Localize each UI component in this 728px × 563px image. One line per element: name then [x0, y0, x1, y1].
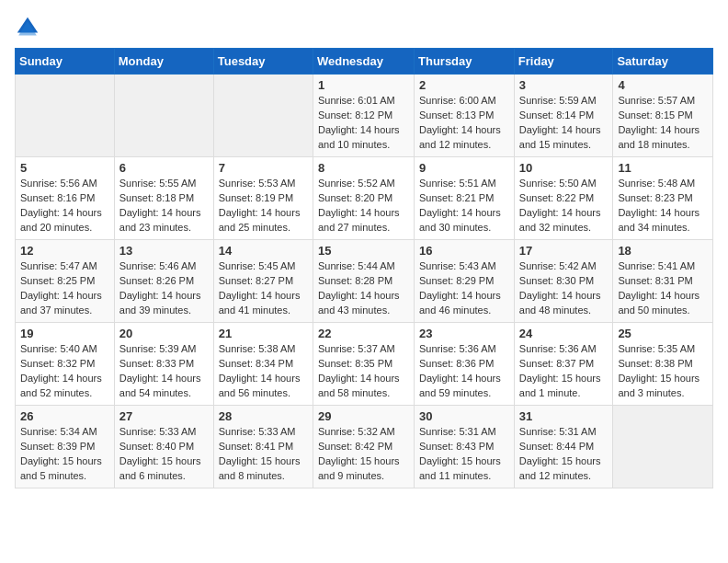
day-number: 19 [20, 327, 109, 340]
calendar-cell [114, 75, 213, 157]
day-number: 15 [318, 244, 409, 258]
cell-content: Sunrise: 5:45 AM Sunset: 8:27 PM Dayligh… [219, 259, 308, 318]
day-number: 7 [219, 161, 308, 175]
calendar-cell: 14Sunrise: 5:45 AM Sunset: 8:27 PM Dayli… [213, 240, 313, 323]
cell-content: Sunrise: 5:43 AM Sunset: 8:29 PM Dayligh… [419, 259, 509, 318]
day-number: 12 [20, 244, 109, 258]
cell-content: Sunrise: 5:39 AM Sunset: 8:33 PM Dayligh… [119, 342, 209, 401]
cell-content: Sunrise: 5:35 AM Sunset: 8:38 PM Dayligh… [618, 342, 708, 401]
calendar-cell: 12Sunrise: 5:47 AM Sunset: 8:25 PM Dayli… [16, 240, 115, 323]
calendar-cell: 30Sunrise: 5:31 AM Sunset: 8:43 PM Dayli… [415, 406, 515, 488]
day-number: 31 [519, 409, 609, 423]
day-number: 21 [219, 327, 308, 340]
cell-content: Sunrise: 5:37 AM Sunset: 8:35 PM Dayligh… [318, 342, 409, 401]
day-number: 8 [318, 161, 409, 175]
day-number: 11 [618, 161, 708, 175]
calendar-cell: 8Sunrise: 5:52 AM Sunset: 8:20 PM Daylig… [313, 157, 414, 240]
calendar-cell: 3Sunrise: 5:59 AM Sunset: 8:14 PM Daylig… [514, 75, 613, 157]
calendar-cell: 4Sunrise: 5:57 AM Sunset: 8:15 PM Daylig… [613, 75, 713, 157]
cell-content: Sunrise: 5:53 AM Sunset: 8:19 PM Dayligh… [219, 177, 308, 236]
day-number: 23 [419, 327, 509, 340]
calendar-cell: 31Sunrise: 5:31 AM Sunset: 8:44 PM Dayli… [514, 406, 613, 488]
calendar-cell [16, 75, 115, 157]
calendar-week-row: 1Sunrise: 6:01 AM Sunset: 8:12 PM Daylig… [16, 75, 713, 157]
cell-content: Sunrise: 6:00 AM Sunset: 8:13 PM Dayligh… [419, 94, 509, 153]
day-number: 22 [318, 327, 409, 340]
calendar-cell: 20Sunrise: 5:39 AM Sunset: 8:33 PM Dayli… [114, 323, 213, 406]
cell-content: Sunrise: 5:57 AM Sunset: 8:15 PM Dayligh… [618, 94, 708, 153]
day-number: 2 [419, 78, 509, 92]
calendar-cell: 28Sunrise: 5:33 AM Sunset: 8:41 PM Dayli… [213, 406, 313, 488]
cell-content: Sunrise: 6:01 AM Sunset: 8:12 PM Dayligh… [318, 94, 409, 153]
calendar-cell: 6Sunrise: 5:55 AM Sunset: 8:18 PM Daylig… [114, 157, 213, 240]
day-number: 1 [318, 78, 409, 92]
cell-content: Sunrise: 5:55 AM Sunset: 8:18 PM Dayligh… [119, 177, 209, 236]
calendar-cell: 11Sunrise: 5:48 AM Sunset: 8:23 PM Dayli… [613, 157, 713, 240]
calendar-cell: 26Sunrise: 5:34 AM Sunset: 8:39 PM Dayli… [16, 406, 115, 488]
day-number: 9 [419, 161, 509, 175]
day-number: 16 [419, 244, 509, 258]
cell-content: Sunrise: 5:52 AM Sunset: 8:20 PM Dayligh… [318, 177, 409, 236]
calendar-cell [613, 406, 713, 488]
day-header-monday: Monday [114, 49, 213, 75]
calendar-cell: 24Sunrise: 5:36 AM Sunset: 8:37 PM Dayli… [514, 323, 613, 406]
cell-content: Sunrise: 5:32 AM Sunset: 8:42 PM Dayligh… [318, 425, 409, 484]
day-number: 24 [519, 327, 609, 340]
cell-content: Sunrise: 5:34 AM Sunset: 8:39 PM Dayligh… [20, 425, 109, 484]
day-number: 18 [618, 244, 708, 258]
page-header [15, 15, 713, 40]
cell-content: Sunrise: 5:33 AM Sunset: 8:41 PM Dayligh… [219, 425, 308, 484]
calendar-cell: 18Sunrise: 5:41 AM Sunset: 8:31 PM Dayli… [613, 240, 713, 323]
calendar-cell: 22Sunrise: 5:37 AM Sunset: 8:35 PM Dayli… [313, 323, 414, 406]
cell-content: Sunrise: 5:42 AM Sunset: 8:30 PM Dayligh… [519, 259, 609, 318]
calendar-cell: 1Sunrise: 6:01 AM Sunset: 8:12 PM Daylig… [313, 75, 414, 157]
day-header-thursday: Thursday [415, 49, 515, 75]
cell-content: Sunrise: 5:50 AM Sunset: 8:22 PM Dayligh… [519, 177, 609, 236]
cell-content: Sunrise: 5:36 AM Sunset: 8:36 PM Dayligh… [419, 342, 509, 401]
day-number: 10 [519, 161, 609, 175]
day-number: 20 [119, 327, 209, 340]
calendar-cell: 25Sunrise: 5:35 AM Sunset: 8:38 PM Dayli… [613, 323, 713, 406]
day-number: 14 [219, 244, 308, 258]
day-number: 13 [119, 244, 209, 258]
day-number: 29 [318, 409, 409, 423]
calendar-table: SundayMondayTuesdayWednesdayThursdayFrid… [15, 48, 713, 488]
calendar-cell: 23Sunrise: 5:36 AM Sunset: 8:36 PM Dayli… [415, 323, 515, 406]
day-number: 28 [219, 409, 308, 423]
day-number: 4 [618, 78, 708, 92]
calendar-week-row: 5Sunrise: 5:56 AM Sunset: 8:16 PM Daylig… [16, 157, 713, 240]
day-header-wednesday: Wednesday [313, 49, 414, 75]
calendar-cell: 29Sunrise: 5:32 AM Sunset: 8:42 PM Dayli… [313, 406, 414, 488]
calendar-week-row: 19Sunrise: 5:40 AM Sunset: 8:32 PM Dayli… [16, 323, 713, 406]
day-number: 27 [119, 409, 209, 423]
cell-content: Sunrise: 5:31 AM Sunset: 8:44 PM Dayligh… [519, 425, 609, 484]
day-header-tuesday: Tuesday [213, 49, 313, 75]
cell-content: Sunrise: 5:47 AM Sunset: 8:25 PM Dayligh… [20, 259, 109, 318]
calendar-cell: 7Sunrise: 5:53 AM Sunset: 8:19 PM Daylig… [213, 157, 313, 240]
calendar-cell: 19Sunrise: 5:40 AM Sunset: 8:32 PM Dayli… [16, 323, 115, 406]
cell-content: Sunrise: 5:48 AM Sunset: 8:23 PM Dayligh… [618, 177, 708, 236]
cell-content: Sunrise: 5:56 AM Sunset: 8:16 PM Dayligh… [20, 177, 109, 236]
calendar-cell: 10Sunrise: 5:50 AM Sunset: 8:22 PM Dayli… [514, 157, 613, 240]
calendar-week-row: 12Sunrise: 5:47 AM Sunset: 8:25 PM Dayli… [16, 240, 713, 323]
calendar-cell: 13Sunrise: 5:46 AM Sunset: 8:26 PM Dayli… [114, 240, 213, 323]
day-header-friday: Friday [514, 49, 613, 75]
day-number: 6 [119, 161, 209, 175]
logo-icon [15, 15, 40, 40]
calendar-cell: 21Sunrise: 5:38 AM Sunset: 8:34 PM Dayli… [213, 323, 313, 406]
day-header-saturday: Saturday [613, 49, 713, 75]
calendar-cell [213, 75, 313, 157]
calendar-cell: 16Sunrise: 5:43 AM Sunset: 8:29 PM Dayli… [415, 240, 515, 323]
calendar-header-row: SundayMondayTuesdayWednesdayThursdayFrid… [16, 49, 713, 75]
calendar-cell: 17Sunrise: 5:42 AM Sunset: 8:30 PM Dayli… [514, 240, 613, 323]
cell-content: Sunrise: 5:36 AM Sunset: 8:37 PM Dayligh… [519, 342, 609, 401]
cell-content: Sunrise: 5:40 AM Sunset: 8:32 PM Dayligh… [20, 342, 109, 401]
calendar-cell: 5Sunrise: 5:56 AM Sunset: 8:16 PM Daylig… [16, 157, 115, 240]
cell-content: Sunrise: 5:31 AM Sunset: 8:43 PM Dayligh… [419, 425, 509, 484]
calendar-cell: 27Sunrise: 5:33 AM Sunset: 8:40 PM Dayli… [114, 406, 213, 488]
calendar-cell: 15Sunrise: 5:44 AM Sunset: 8:28 PM Dayli… [313, 240, 414, 323]
calendar-cell: 2Sunrise: 6:00 AM Sunset: 8:13 PM Daylig… [415, 75, 515, 157]
cell-content: Sunrise: 5:46 AM Sunset: 8:26 PM Dayligh… [119, 259, 209, 318]
calendar-week-row: 26Sunrise: 5:34 AM Sunset: 8:39 PM Dayli… [16, 406, 713, 488]
cell-content: Sunrise: 5:51 AM Sunset: 8:21 PM Dayligh… [419, 177, 509, 236]
